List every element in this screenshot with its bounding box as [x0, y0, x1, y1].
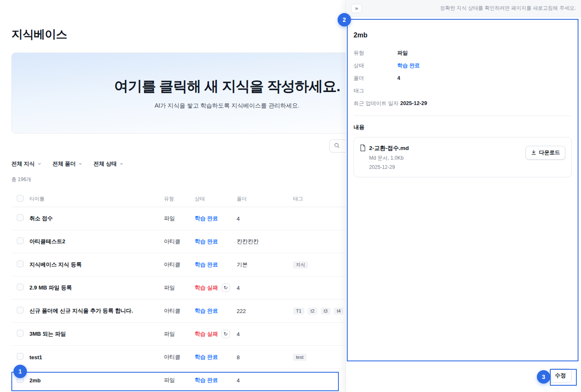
row-status-text: 학습 완료 — [195, 353, 218, 361]
row-status: 학습 완료 — [195, 353, 237, 361]
download-icon — [531, 150, 536, 156]
filter-knowledge-type[interactable]: 전체 지식 — [11, 160, 42, 168]
row-type: 아티클 — [164, 261, 195, 268]
row-folder: 4 — [237, 331, 293, 337]
panel-topbar: » 정확한 지식 상태를 확인하려면 페이지를 새로고침해 주세요. — [346, 0, 581, 17]
filter-folder-label: 전체 폴더 — [53, 160, 76, 168]
file-icon — [360, 145, 366, 153]
row-checkbox[interactable] — [17, 260, 24, 267]
banner-title: 여기를 클릭해 새 지식을 작성하세요. — [114, 77, 340, 96]
filter-bar: 전체 지식 전체 폴더 전체 상태 — [11, 160, 124, 168]
panel-field: 폴더4 — [354, 72, 572, 84]
row-checkbox[interactable] — [17, 307, 24, 313]
panel-field-label: 상태 — [354, 62, 396, 69]
row-status: 학습 완료 — [195, 261, 237, 268]
collapse-panel-button[interactable]: » — [351, 4, 362, 13]
filter-status[interactable]: 전체 상태 — [93, 160, 124, 168]
panel-field: 태그 — [354, 84, 572, 97]
retry-button[interactable]: ↻ — [222, 284, 230, 292]
row-status: 학습 완료 — [195, 215, 237, 222]
download-label: 다운로드 — [539, 149, 560, 156]
row-folder: 4 — [237, 285, 293, 291]
row-type: 파일 — [164, 284, 195, 292]
chevron-down-icon — [119, 161, 124, 167]
row-checkbox[interactable] — [17, 284, 24, 290]
status-link[interactable]: 학습 완료 — [397, 62, 420, 69]
row-checkbox[interactable] — [17, 214, 24, 221]
file-info: 2-교환-접수.md Md 문서, 1.0Kb 2025-12-29 — [369, 144, 522, 170]
row-checkbox[interactable] — [17, 353, 24, 360]
row-title: 지식베이스 지식 등록 — [29, 261, 164, 268]
chevron-down-icon — [37, 161, 42, 167]
tag-chip: t4 — [334, 308, 343, 315]
header-title: 타이틀 — [29, 195, 164, 203]
divider — [354, 116, 572, 116]
row-status-text: 학습 완료 — [195, 215, 218, 222]
row-folder: 4 — [237, 216, 293, 222]
row-title: 3MB 되는 파일 — [29, 330, 164, 338]
retry-button[interactable]: ↻ — [222, 330, 230, 338]
refresh-notice: 정확한 지식 상태를 확인하려면 페이지를 새로고침해 주세요. — [440, 5, 576, 12]
tag-chip: t3 — [321, 308, 330, 315]
row-type: 아티클 — [164, 353, 195, 361]
row-type: 아티클 — [164, 238, 195, 245]
row-status-text: 학습 완료 — [195, 238, 218, 245]
panel-field-label: 폴더 — [354, 75, 396, 82]
row-type: 파일 — [164, 330, 195, 338]
row-title: 신규 폴더에 신규 지식을 추가 등록 합니다. — [29, 307, 164, 315]
panel-field-label: 최근 업데이트 일자 — [354, 100, 399, 107]
file-date: 2025-12-29 — [369, 164, 522, 170]
panel-field-label: 태그 — [354, 87, 396, 95]
edit-button[interactable]: 수정 — [549, 368, 572, 383]
chevron-down-icon — [78, 161, 82, 167]
detail-title: 2mb — [354, 32, 572, 39]
annotation-badge-1: 1 — [13, 365, 27, 378]
file-name: 2-교환-접수.md — [369, 145, 409, 151]
row-title: 2.9 MB 파일 등록 — [29, 284, 164, 292]
row-type: 파일 — [164, 215, 195, 222]
row-checkbox[interactable] — [17, 330, 24, 337]
row-status-text: 학습 완료 — [195, 376, 218, 384]
row-status: 학습 실패 ↻ — [195, 330, 237, 338]
content-heading: 내용 — [354, 124, 572, 131]
tag-chip: 지식 — [293, 261, 308, 268]
select-all-checkbox[interactable] — [17, 195, 24, 202]
header-type: 유형 — [164, 195, 195, 203]
file-meta: Md 문서, 1.0Kb — [369, 155, 522, 162]
panel-field-value: 파일 — [397, 50, 408, 57]
download-button[interactable]: 다운로드 — [526, 146, 565, 160]
panel-field-value: 2025-12-29 — [400, 100, 427, 106]
banner-subtitle: AI가 지식을 쌓고 학습하도록 지식베이스를 관리하세요. — [155, 102, 300, 110]
tag-chip: test — [293, 354, 306, 361]
knowledge-detail-box: 2mb 유형파일상태학습 완료폴더4태그최근 업데이트 일자2025-12-29… — [347, 19, 578, 361]
row-folder: 8 — [237, 354, 293, 360]
panel-field: 유형파일 — [354, 47, 572, 59]
annotation-badge-3: 3 — [537, 370, 550, 384]
row-status: 학습 실패 ↻ — [195, 284, 237, 292]
row-status-text: 학습 완료 — [195, 261, 218, 268]
row-folder: 4 — [237, 377, 293, 384]
row-status: 학습 완료 — [195, 238, 237, 245]
panel-field-value: 4 — [397, 75, 400, 81]
panel-fields: 유형파일상태학습 완료폴더4태그최근 업데이트 일자2025-12-29 — [354, 47, 572, 110]
row-checkbox[interactable] — [17, 237, 24, 244]
row-type: 아티클 — [164, 307, 195, 315]
row-status-text: 학습 완료 — [195, 307, 218, 315]
row-title: 아티클테스트2 — [29, 238, 164, 245]
filter-knowledge-label: 전체 지식 — [11, 160, 35, 168]
row-type: 파일 — [164, 376, 195, 384]
knowledge-base-page: 지식베이스 여기를 클릭해 새 지식을 작성하세요. AI가 지식을 쌓고 학습… — [0, 0, 581, 392]
row-folder: 222 — [237, 308, 293, 314]
tag-chip: t2 — [308, 308, 317, 315]
row-title: 2mb — [29, 377, 164, 384]
search-icon — [334, 142, 340, 150]
filter-folder[interactable]: 전체 폴더 — [53, 160, 83, 168]
row-status: 학습 완료 — [195, 307, 237, 315]
row-title: test1 — [29, 354, 164, 360]
file-card: 2-교환-접수.md Md 문서, 1.0Kb 2025-12-29 다운로드 — [354, 137, 572, 177]
row-folder: 칸칸칸칸 — [237, 238, 293, 245]
detail-panel: » 정확한 지식 상태를 확인하려면 페이지를 새로고침해 주세요. 2mb 유… — [346, 0, 581, 392]
header-status: 상태 — [195, 195, 237, 203]
row-status-text: 학습 실패 — [195, 330, 218, 338]
row-title: 취소 접수 — [29, 215, 164, 222]
